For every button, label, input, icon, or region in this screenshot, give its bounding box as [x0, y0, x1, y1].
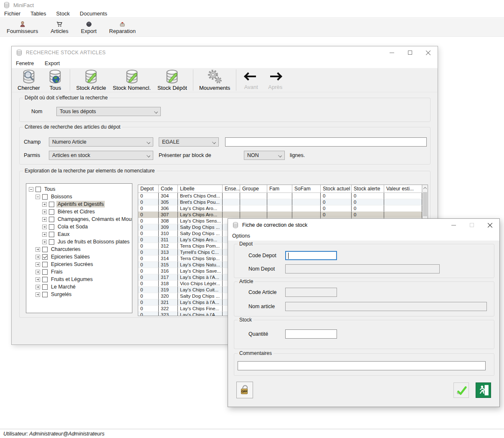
fournisseurs-button[interactable]: Fournisseurs: [3, 18, 42, 36]
expand-icon[interactable]: [35, 285, 40, 289]
close-button[interactable]: [423, 47, 434, 58]
expand-icon[interactable]: [42, 232, 47, 237]
tree-checkbox[interactable]: [42, 277, 48, 282]
tree-checkbox[interactable]: [42, 262, 48, 267]
column-header-9[interactable]: Valeur esti...: [384, 185, 422, 192]
column-header-5[interactable]: Fam: [267, 185, 292, 192]
block-select[interactable]: NON: [244, 151, 285, 160]
tree-checkbox[interactable]: [49, 239, 54, 245]
column-header-8[interactable]: Stock alerte: [352, 185, 384, 192]
table-row-306[interactable]: 0306Lay's Chips Aro...00: [138, 205, 422, 212]
tree-checkbox[interactable]: [35, 187, 41, 192]
tree-item[interactable]: Champagnes, Crémants et Mouss...: [26, 215, 132, 223]
dialog-titlebar[interactable]: Fiche de correction de stock: [228, 219, 499, 231]
maximize-button[interactable]: [405, 47, 415, 58]
menu-fenetre[interactable]: Fenetre: [16, 60, 34, 67]
column-header-1[interactable]: Code: [159, 185, 178, 192]
avant-button[interactable]: Avant: [239, 68, 263, 92]
mouvements-button[interactable]: Mouvements: [196, 68, 233, 92]
commentaires-input[interactable]: [238, 361, 486, 370]
tree-item[interactable]: Le Marché: [26, 283, 132, 291]
expand-icon[interactable]: [35, 262, 40, 267]
menu-tables[interactable]: Tables: [30, 10, 46, 18]
search-window-titlebar[interactable]: RECHERCHE STOCK ARTICLES: [12, 46, 438, 59]
chercher-button[interactable]: Chercher: [14, 68, 43, 92]
menu-options[interactable]: Options: [232, 232, 250, 240]
table-row-307[interactable]: 0307Lay's Chips Aro...00: [138, 212, 422, 218]
tree-checkbox[interactable]: [42, 284, 48, 290]
expand-icon[interactable]: [42, 210, 47, 214]
table-row-304[interactable]: 0304Bret's Chips Ond...00: [138, 193, 422, 199]
menu-fichier[interactable]: Fichier: [4, 10, 20, 18]
stock-article-button[interactable]: Stock Article: [73, 68, 109, 92]
parmis-select[interactable]: Articles en stock: [49, 151, 153, 160]
tree-item[interactable]: Charcuteries: [26, 246, 132, 253]
tree-item[interactable]: Eaux: [26, 230, 132, 238]
operator-select[interactable]: EGALE: [159, 137, 219, 147]
depot-select[interactable]: Tous les dépots: [56, 107, 161, 116]
quantite-input[interactable]: [285, 329, 337, 339]
expand-icon[interactable]: [42, 217, 47, 222]
tree-item[interactable]: Epiceries Sucrées: [26, 261, 132, 268]
expand-icon[interactable]: [35, 270, 40, 274]
expand-icon[interactable]: [35, 255, 40, 259]
champ-select[interactable]: Numero Article: [49, 137, 153, 147]
dialog-minimize-button[interactable]: [448, 220, 459, 230]
tree-checkbox[interactable]: [42, 254, 48, 260]
stock-nomencl-button[interactable]: Stock Nomencl.: [109, 68, 154, 92]
tree-checkbox[interactable]: [49, 202, 54, 207]
lock-toggle-button[interactable]: OFF: [236, 382, 253, 398]
scroll-thumb[interactable]: [423, 192, 427, 216]
export-button[interactable]: Export: [77, 18, 101, 36]
tree-checkbox[interactable]: [42, 269, 48, 275]
tous-button[interactable]: Tous: [43, 68, 67, 92]
tree-item[interactable]: Cola et Soda: [26, 223, 132, 230]
expand-icon[interactable]: [35, 277, 40, 282]
tree-checkbox[interactable]: [49, 209, 54, 215]
tree-item[interactable]: Fruits et Légumes: [26, 276, 132, 283]
minimize-button[interactable]: [386, 47, 397, 58]
collapse-icon[interactable]: [35, 195, 40, 199]
nomenclature-tree[interactable]: TousBoissonsApéritifs et DigestifsBières…: [26, 183, 132, 313]
scroll-up-arrow[interactable]: [423, 185, 428, 191]
tree-checkbox[interactable]: [49, 217, 54, 222]
tree-checkbox[interactable]: [42, 292, 48, 297]
stock-depot-button[interactable]: Stock Dépôt: [154, 68, 190, 92]
column-header-3[interactable]: Ense...: [223, 185, 240, 192]
column-header-6[interactable]: SoFam: [292, 185, 321, 192]
expand-icon[interactable]: [42, 202, 47, 207]
tree-item[interactable]: Apéritifs et Digestifs: [26, 200, 132, 208]
expand-icon[interactable]: [42, 240, 47, 244]
collapse-icon[interactable]: [29, 187, 33, 192]
column-header-7[interactable]: Stock actuel: [321, 185, 352, 192]
tree-checkbox[interactable]: [49, 232, 54, 237]
reparation-button[interactable]: Reparation: [105, 18, 140, 36]
column-header-0[interactable]: Depot: [138, 185, 159, 192]
search-value-input[interactable]: [225, 137, 427, 147]
tree-checkbox[interactable]: [42, 194, 48, 200]
column-header-2[interactable]: Libelle: [178, 185, 223, 192]
menu-stock[interactable]: Stock: [56, 10, 70, 18]
dialog-close-button[interactable]: [485, 220, 496, 230]
tree-item[interactable]: Frais: [26, 268, 132, 276]
validate-button[interactable]: [453, 382, 469, 398]
tree-item[interactable]: Tous: [26, 185, 132, 193]
menu-documents[interactable]: Documents: [80, 10, 107, 18]
code-depot-input[interactable]: [285, 251, 337, 260]
tree-item[interactable]: Jus de fruits et Boissons plates: [26, 238, 132, 246]
tree-item[interactable]: Surgelés: [26, 291, 132, 298]
expand-icon[interactable]: [42, 225, 47, 229]
tree-item[interactable]: Boissons: [26, 193, 132, 200]
tree-item[interactable]: Bières et Cidres: [26, 208, 132, 215]
tree-item[interactable]: Epiceries Salées: [26, 253, 132, 261]
apres-button[interactable]: Après: [263, 68, 287, 92]
menu-export-window[interactable]: Export: [45, 60, 60, 67]
column-header-4[interactable]: Groupe: [240, 185, 267, 192]
expand-icon[interactable]: [35, 292, 40, 297]
expand-icon[interactable]: [35, 247, 40, 252]
table-row-305[interactable]: 0305Bret's Chips Pou...00: [138, 199, 422, 205]
articles-button[interactable]: Articles: [46, 18, 73, 36]
tree-checkbox[interactable]: [42, 247, 48, 252]
tree-checkbox[interactable]: [49, 224, 54, 230]
exit-button[interactable]: [476, 382, 491, 398]
